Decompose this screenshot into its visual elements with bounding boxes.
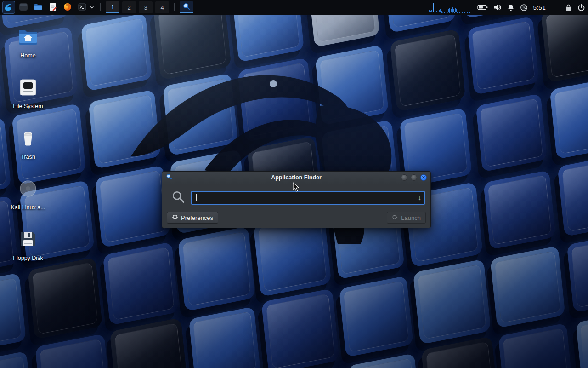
wallpaper-tile (413, 259, 491, 345)
window-title: Application Finder (162, 174, 430, 181)
maximize-button[interactable] (411, 174, 417, 181)
desktop-icons: Home File System Trash Kali Linux a... F… (8, 26, 48, 261)
wallpaper-tile (483, 170, 556, 250)
trash-icon (17, 127, 39, 151)
wallpaper-tile (557, 154, 588, 237)
workspace-1-button[interactable]: 1 (106, 1, 119, 13)
wallpaper-tile (0, 351, 33, 368)
wallpaper-tile (261, 288, 340, 368)
battery-icon[interactable] (477, 4, 488, 11)
workspace-2-label: 2 (127, 4, 130, 11)
gear-icon (172, 214, 178, 222)
wallpaper-tile (490, 246, 565, 328)
workspace-1-label: 1 (111, 4, 114, 11)
desktop-icon-label: Kali Linux a... (11, 204, 45, 211)
preferences-button[interactable]: Preferences (167, 212, 218, 224)
workspace-4-button[interactable]: 4 (155, 1, 169, 13)
kali-menu-button[interactable] (3, 1, 15, 13)
minimize-button[interactable] (401, 174, 407, 181)
wallpaper-tile (28, 257, 102, 339)
desktop-icon-label: Home (20, 52, 35, 59)
document-pencil-icon (48, 2, 57, 13)
desktop-icon-home[interactable]: Home (8, 26, 48, 59)
wallpaper-tile (576, 310, 588, 368)
wallpaper-tile (0, 273, 26, 353)
folder-icon (34, 2, 43, 13)
application-finder-window: Application Finder ✕ ↓ Preferences L (162, 171, 431, 228)
home-folder-icon (17, 26, 39, 50)
lock-screen-button[interactable] (565, 4, 572, 12)
wallpaper-tile (567, 232, 588, 312)
search-input[interactable] (191, 191, 425, 205)
clock-indicator-icon[interactable] (520, 4, 528, 12)
desktop-icon-trash[interactable]: Trash (8, 127, 48, 160)
launch-icon (392, 214, 398, 222)
preferences-label: Preferences (181, 214, 213, 221)
notification-bell-icon[interactable] (507, 4, 514, 12)
chevron-down-icon (90, 4, 94, 11)
text-editor-launcher[interactable] (47, 1, 59, 13)
wallpaper-tile (549, 77, 588, 160)
cpu-graph[interactable] (428, 1, 472, 13)
drive-icon (17, 76, 39, 100)
launch-label: Launch (401, 214, 421, 221)
search-icon (171, 190, 185, 206)
application-finder-window-button[interactable] (180, 1, 193, 13)
terminal-launcher[interactable] (76, 1, 88, 13)
text-caret (196, 194, 197, 201)
kali-logo-icon (4, 2, 13, 13)
volume-icon[interactable] (493, 4, 502, 11)
file-manager-launcher[interactable] (32, 1, 44, 13)
finder-window-icon (166, 173, 172, 182)
kali-disc-icon (17, 178, 39, 201)
wallpaper-tile (0, 40, 3, 123)
desktop-icon-label: File System (13, 103, 43, 109)
wallpaper-tile (347, 353, 421, 368)
wallpaper-tile (468, 16, 539, 95)
wallpaper-tile (103, 242, 179, 326)
titlebar[interactable]: Application Finder ✕ (162, 172, 430, 184)
floppy-disk-icon (17, 228, 39, 252)
wallpaper-tile (35, 334, 112, 368)
firefox-icon (63, 2, 72, 13)
search-icon (182, 2, 191, 12)
desktop-icon-label: Floppy Disk (13, 255, 43, 261)
workspace-3-label: 3 (144, 4, 147, 11)
panel-separator (174, 3, 175, 12)
close-button[interactable]: ✕ (420, 174, 427, 181)
search-field-wrap: ↓ (191, 191, 425, 205)
launch-button[interactable]: Launch (387, 212, 426, 224)
wallpaper-tile (339, 276, 413, 357)
workspace-2-button[interactable]: 2 (122, 1, 136, 13)
power-button[interactable] (577, 4, 585, 12)
workspace-4-label: 4 (160, 4, 164, 11)
wallpaper-tile (498, 323, 573, 368)
wallpaper-tile (110, 317, 188, 368)
wallpaper-tile (189, 306, 261, 368)
desktop-icon-floppy-disk[interactable]: Floppy Disk (8, 228, 48, 261)
panel-separator (100, 3, 101, 12)
panel-launchers: 1 2 3 4 (3, 1, 193, 13)
wallpaper-tile (476, 93, 548, 172)
window-icon (19, 2, 28, 13)
dropdown-arrow-icon[interactable]: ↓ (418, 194, 421, 201)
firefox-launcher[interactable] (62, 1, 74, 13)
panel-tray: 5:51 (428, 1, 585, 13)
terminal-dropdown-button[interactable] (89, 1, 95, 13)
window-launcher[interactable] (17, 1, 29, 13)
workspace-3-button[interactable]: 3 (139, 1, 153, 13)
desktop-icon-file-system[interactable]: File System (8, 76, 48, 109)
desktop-icon-label: Trash (21, 154, 35, 160)
top-panel: 1 2 3 4 (0, 0, 588, 15)
close-icon: ✕ (422, 176, 425, 180)
desktop-icon-kali-linux[interactable]: Kali Linux a... (8, 178, 48, 211)
panel-clock[interactable]: 5:51 (533, 4, 546, 11)
terminal-icon (78, 2, 87, 13)
